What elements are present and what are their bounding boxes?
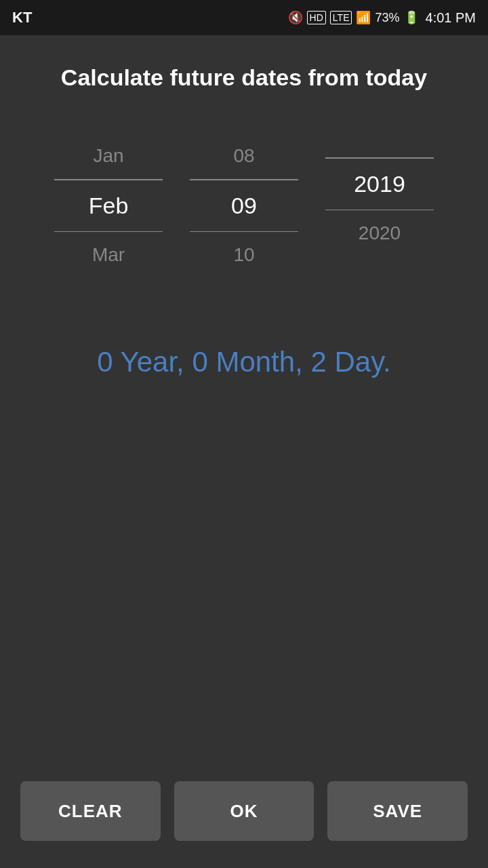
day-below[interactable]: 10: [176, 232, 312, 278]
mute-icon: 🔇: [288, 10, 303, 25]
month-picker-column[interactable]: Jan Feb Mar: [41, 133, 176, 278]
bottom-buttons: CLEAR OK SAVE: [0, 781, 488, 841]
year-below[interactable]: 2020: [312, 210, 447, 256]
battery-label: 73%: [375, 11, 399, 25]
year-above[interactable]: [312, 133, 447, 157]
year-selected[interactable]: 2019: [312, 159, 447, 210]
ok-button[interactable]: OK: [174, 781, 314, 841]
clear-button[interactable]: CLEAR: [20, 781, 161, 841]
month-below[interactable]: Mar: [41, 232, 176, 278]
result-display: 0 Year, 0 Month, 2 Day.: [97, 346, 391, 378]
month-selected[interactable]: Feb: [41, 180, 176, 231]
date-picker[interactable]: Jan Feb Mar 08 09 10 2019 2020: [20, 133, 468, 278]
status-bar: KT 🔇 HD LTE 📶 73% 🔋 4:01 PM: [0, 0, 488, 35]
day-selected[interactable]: 09: [176, 180, 312, 231]
day-picker-column[interactable]: 08 09 10: [176, 133, 312, 278]
page-title: Calculate future dates from today: [61, 62, 427, 92]
lte-badge: LTE: [330, 11, 352, 24]
status-icons: 🔇 HD LTE 📶 73% 🔋 4:01 PM: [288, 10, 476, 26]
month-above[interactable]: Jan: [41, 133, 176, 179]
signal-icon: 📶: [356, 10, 371, 25]
save-button[interactable]: SAVE: [327, 781, 468, 841]
battery-icon: 🔋: [404, 10, 419, 25]
carrier-label: KT: [12, 9, 32, 26]
day-above[interactable]: 08: [176, 133, 312, 179]
year-picker-column[interactable]: 2019 2020: [312, 133, 447, 278]
main-content: Calculate future dates from today Jan Fe…: [0, 35, 488, 868]
hd-badge: HD: [307, 11, 326, 24]
time-label: 4:01 PM: [426, 10, 476, 26]
